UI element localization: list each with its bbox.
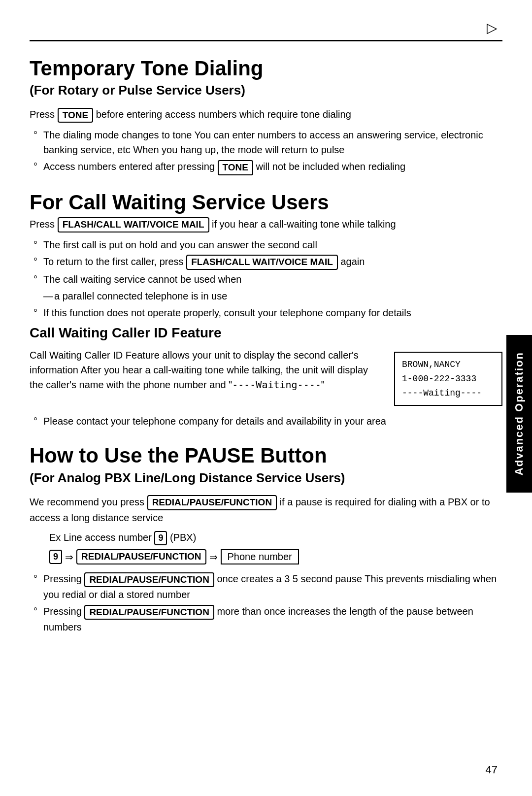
cw-feature-text: Call Waiting Caller ID Feature allows yo… [30,348,379,392]
cw-bullet-4: If this function does not operate proper… [30,305,502,320]
pause-bullets: Pressing REDIAL/PAUSE/FUNCTION once crea… [30,571,502,634]
example-key-num: 9 [154,531,167,545]
pause-subtitle: (For Analog PBX Line/Long Distance Servi… [30,470,502,486]
section-tone-dialing: Temporary Tone Dialing (For Rotary or Pu… [30,56,502,175]
side-tab: Advanced Operation [506,335,532,493]
section-pause-button: How to Use the PAUSE Button (For Analog … [30,443,502,634]
cw-display-box: BROWN,NANCY 1-000-222-3333 ----Waiting--… [394,352,502,406]
cw-display-line1: BROWN,NANCY [402,358,495,372]
tone-key-2: TONE [218,160,253,175]
diagram-arrow2: ⇒ [209,551,218,563]
tone-dialing-intro: Press TONE before entering access number… [30,107,502,123]
waiting-code: ----Waiting---- [232,379,321,391]
section-call-waiting: For Call Waiting Service Users Press FLA… [30,190,502,429]
cw-caller-id-title: Call Waiting Caller ID Feature [30,325,502,341]
cw-display-line2: 1-000-222-3333 [402,372,495,386]
tone-bullet-1: The dialing mode changes to tone You can… [30,128,502,157]
cw-intro-suffix: if you hear a call-waiting tone while ta… [209,219,396,230]
pause-intro: We recommend you press REDIAL/PAUSE/FUNC… [30,495,502,525]
subsection-cw-caller-id: Call Waiting Caller ID Feature Call Wait… [30,325,502,429]
page-container: ▷ Temporary Tone Dialing (For Rotary or … [0,0,532,796]
example-line: Ex Line access number 9 (PBX) [49,530,502,545]
cw-bullet-3: The call waiting service cannot be used … [30,272,502,287]
flash-key-2: FLASH/CALL WAIT/VOICE MAIL [186,255,338,270]
tone-intro-prefix: Press [30,109,58,120]
call-waiting-intro: Press FLASH/CALL WAIT/VOICE MAIL if you … [30,217,502,232]
tone-intro-suffix: before entering access numbers which req… [93,109,351,120]
pause-bullet-1: Pressing REDIAL/PAUSE/FUNCTION once crea… [30,571,502,602]
call-waiting-bullets: The first call is put on hold and you ca… [30,237,502,320]
redial-key-3: REDIAL/PAUSE/FUNCTION [84,605,214,620]
tone-dialing-subtitle: (For Rotary or Pulse Service Users) [30,83,502,98]
phone-number-box: Phone number [221,549,299,564]
example-suffix: (PBX) [167,532,196,543]
cw-bullet-1: The first call is put on hold and you ca… [30,237,502,252]
cw-display-line3: ----Waiting---- [402,386,495,400]
cw-footer-bullets: Please contact your telephone company fo… [30,414,502,429]
diagram-arrow1: ⇒ [65,551,73,563]
pause-bullet-2: Pressing REDIAL/PAUSE/FUNCTION more than… [30,604,502,634]
tone-dialing-bullets: The dialing mode changes to tone You can… [30,128,502,175]
cw-bullet-3a: a parallel connected telephone is in use [30,289,502,303]
flash-key: FLASH/CALL WAIT/VOICE MAIL [58,217,209,232]
example-diagram: 9 ⇒ REDIAL/PAUSE/FUNCTION ⇒ Phone number [49,549,502,564]
tone-dialing-title: Temporary Tone Dialing [30,56,502,81]
top-nav: ▷ [30,20,502,36]
diagram-redial-key: REDIAL/PAUSE/FUNCTION [76,549,206,564]
tone-key: TONE [58,108,93,123]
pause-title: How to Use the PAUSE Button [30,443,502,468]
top-rule [30,40,502,41]
example-label: Ex Line access number [49,532,154,543]
pause-intro-prefix: We recommend you press [30,497,147,507]
side-tab-label: Advanced Operation [513,352,526,475]
diagram-key-num: 9 [49,550,62,564]
page-number: 47 [486,763,498,776]
tone-bullet-2: Access numbers entered after pressing TO… [30,159,502,175]
cw-feature-row: Call Waiting Caller ID Feature allows yo… [30,348,502,406]
call-waiting-title: For Call Waiting Service Users [30,190,502,215]
redial-key-2: REDIAL/PAUSE/FUNCTION [84,572,214,588]
cw-intro-prefix: Press [30,219,58,230]
nav-arrow-icon: ▷ [487,20,498,36]
cw-bullet-2: To return to the first caller, press FLA… [30,254,502,270]
redial-key-1: REDIAL/PAUSE/FUNCTION [147,495,277,510]
cw-footer-bullet: Please contact your telephone company fo… [30,414,502,429]
